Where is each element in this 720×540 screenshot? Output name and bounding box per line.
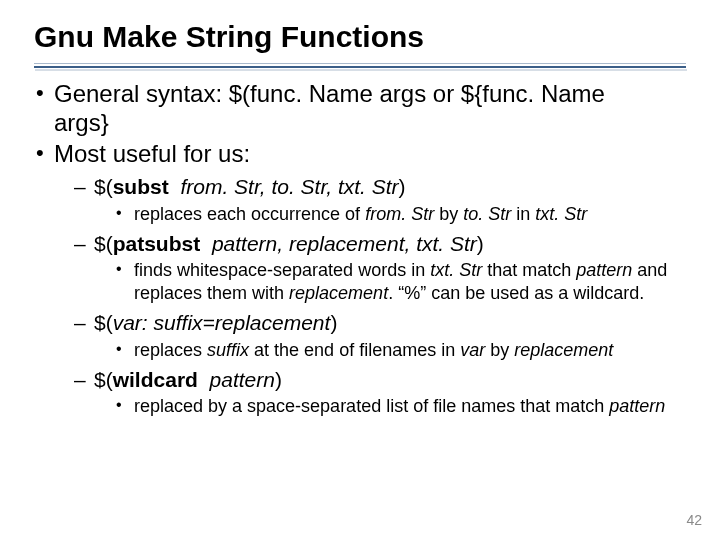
italic: from. Str: [365, 204, 439, 224]
text: or: [426, 80, 461, 107]
slide-body: General syntax: $(func. Name args or ${f…: [34, 80, 686, 420]
code: $(func. Name args: [229, 80, 426, 107]
func-name: patsubst: [113, 232, 201, 255]
slide: Gnu Make String Functions General syntax…: [0, 0, 720, 540]
italic: suffix: [207, 340, 254, 360]
item-wildcard: $(wildcard pattern) replaced by a space-…: [94, 367, 686, 418]
code: ${func. Name: [461, 80, 605, 107]
text: replaces: [134, 340, 207, 360]
text: in: [516, 204, 535, 224]
text: by: [490, 340, 514, 360]
item-subst: $(subst from. Str, to. Str, txt. Str) re…: [94, 174, 686, 225]
func-args: from. Str, to. Str, txt. Str: [180, 175, 398, 198]
code-open: $(: [94, 368, 113, 391]
func-name: subst: [113, 175, 169, 198]
italic: pattern: [609, 396, 665, 416]
title-rule: [34, 63, 686, 69]
desc-subst: replaces each occurrence of from. Str by…: [134, 203, 686, 226]
text: that match: [487, 260, 576, 280]
desc-varsub: replaces suffix at the end of filenames …: [134, 339, 686, 362]
code-close: ): [275, 368, 282, 391]
text: . “%” can be used as a wildcard.: [388, 283, 644, 303]
text: replaces each occurrence of: [134, 204, 365, 224]
func-args: pattern: [210, 368, 275, 391]
italic: replacement: [514, 340, 613, 360]
item-patsubst: $(patsubst pattern, replacement, txt. St…: [94, 231, 686, 304]
code-open: $(: [94, 311, 113, 334]
italic: to. Str: [463, 204, 516, 224]
page-number: 42: [686, 512, 702, 528]
text: at the end of filenames in: [254, 340, 460, 360]
desc-wildcard: replaced by a space-separated list of fi…: [134, 395, 686, 418]
slide-title: Gnu Make String Functions: [34, 20, 424, 54]
func-name: wildcard: [113, 368, 198, 391]
text: by: [439, 204, 463, 224]
italic: replacement: [289, 283, 388, 303]
text: replaced by a space-separated list of fi…: [134, 396, 609, 416]
italic: txt. Str: [430, 260, 487, 280]
code-close: ): [477, 232, 484, 255]
italic: var: [460, 340, 490, 360]
code-open: $(: [94, 175, 113, 198]
text: General syntax:: [54, 80, 229, 107]
bullet-general-syntax: General syntax: $(func. Name args or ${f…: [54, 80, 686, 138]
text: Most useful for us:: [54, 140, 250, 167]
func-args: var: suffix=replacement: [113, 311, 331, 334]
code: args}: [54, 109, 109, 136]
func-args: pattern, replacement, txt. Str: [212, 232, 477, 255]
italic: txt. Str: [535, 204, 587, 224]
item-varsub: $(var: suffix=replacement) replaces suff…: [94, 310, 686, 361]
text: finds whitespace-separated words in: [134, 260, 430, 280]
italic: pattern: [576, 260, 637, 280]
code-close: ): [330, 311, 337, 334]
code-close: ): [399, 175, 406, 198]
bullet-most-useful: Most useful for us: $(subst from. Str, t…: [54, 140, 686, 418]
desc-patsubst: finds whitespace-separated words in txt.…: [134, 259, 686, 304]
code-open: $(: [94, 232, 113, 255]
